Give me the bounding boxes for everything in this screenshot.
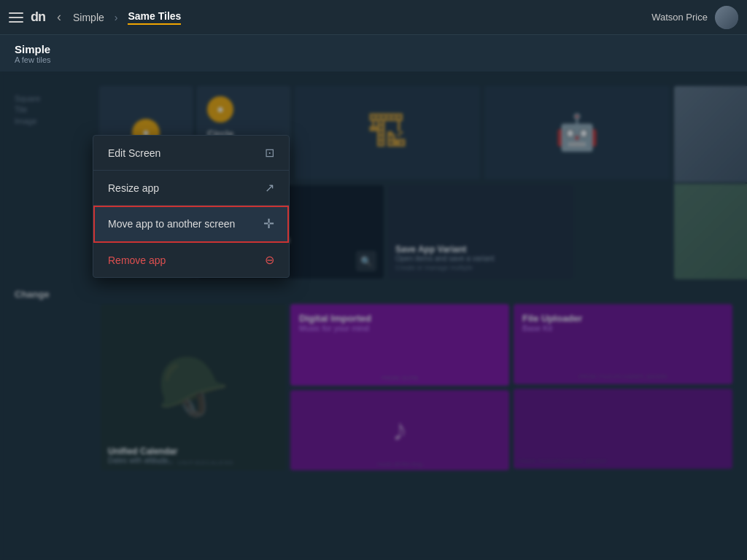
back-icon[interactable]: ‹ (57, 9, 61, 25)
edit-screen-icon: ⊡ (265, 146, 274, 160)
avatar-image (715, 6, 738, 29)
context-menu: Edit Screen ⊡ Resize app ↗ Move app to a… (93, 135, 290, 278)
header-right: Watson Price (651, 6, 738, 29)
context-menu-remove-app[interactable]: Remove app ⊖ (93, 243, 289, 277)
move-app-icon: ✛ (263, 216, 274, 232)
breadcrumb: Simple › Same Tiles (73, 10, 181, 25)
edit-screen-label: Edit Screen (108, 147, 160, 159)
breadcrumb-active[interactable]: Same Tiles (128, 10, 181, 25)
page-title-block: Simple A few tiles (15, 43, 51, 64)
context-menu-move-app[interactable]: Move app to another screen ✛ (93, 206, 289, 243)
hamburger-menu-icon[interactable] (9, 12, 23, 23)
user-name: Watson Price (651, 12, 708, 23)
subheader: Simple A few tiles (0, 35, 747, 71)
breadcrumb-separator: › (115, 12, 118, 23)
app-logo[interactable]: dn (31, 9, 45, 25)
avatar[interactable] (715, 6, 738, 29)
page-subtitle: A few tiles (15, 55, 51, 64)
breadcrumb-inactive[interactable]: Simple (73, 12, 104, 23)
move-app-label: Move app to another screen (108, 218, 235, 230)
resize-app-icon: ↗ (265, 181, 274, 195)
header-left: dn ‹ Simple › Same Tiles (9, 9, 181, 25)
resize-app-label: Resize app (108, 182, 159, 194)
page-title: Simple (15, 43, 51, 55)
remove-app-icon: ⊖ (265, 253, 274, 267)
header: dn ‹ Simple › Same Tiles Watson Price (0, 0, 747, 35)
context-menu-resize-app[interactable]: Resize app ↗ (93, 171, 289, 206)
context-menu-edit-screen[interactable]: Edit Screen ⊡ (93, 136, 289, 171)
remove-app-label: Remove app (108, 254, 166, 266)
